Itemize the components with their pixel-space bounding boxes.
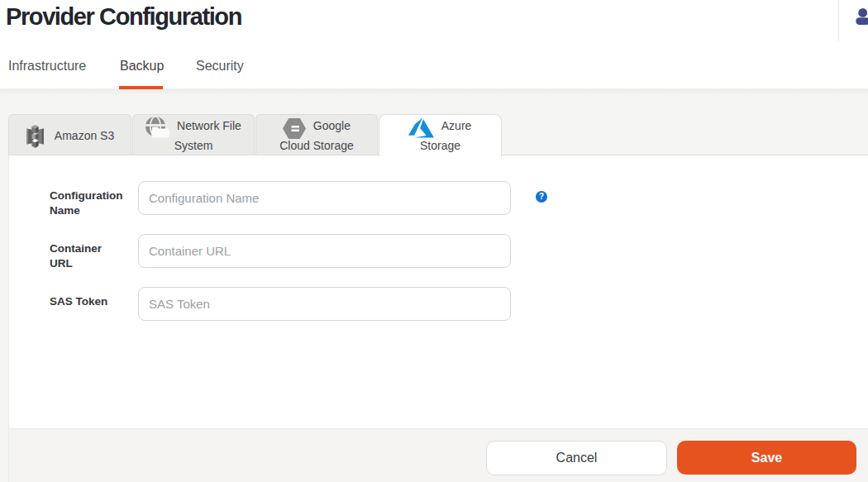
svg-text:?: ?	[539, 192, 544, 201]
